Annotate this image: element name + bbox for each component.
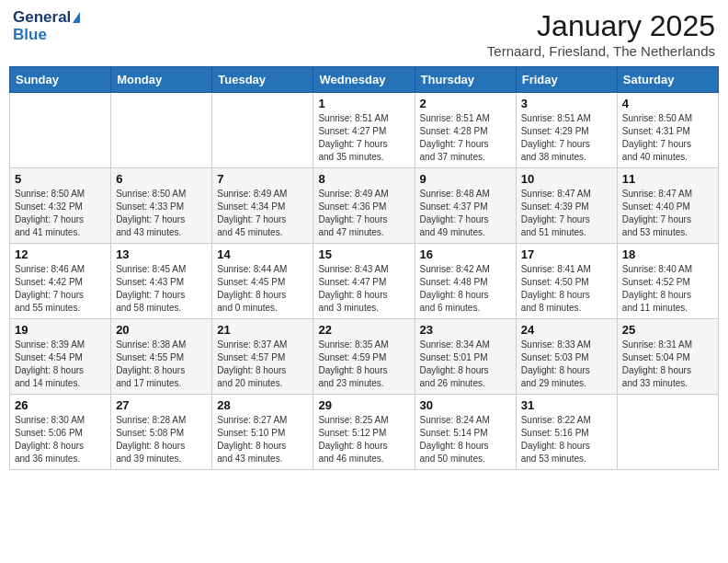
day-number: 14 <box>217 247 308 261</box>
day-number: 3 <box>521 97 612 110</box>
title-block: January 2025 Ternaard, Friesland, The Ne… <box>487 9 715 59</box>
day-number: 21 <box>217 323 308 337</box>
day-number: 6 <box>116 172 207 186</box>
calendar-day-header: Thursday <box>415 67 516 93</box>
calendar-cell: 29Sunrise: 8:25 AM Sunset: 5:12 PM Dayli… <box>313 395 415 470</box>
day-info: Sunrise: 8:31 AM Sunset: 5:04 PM Dayligh… <box>622 339 713 390</box>
calendar-cell <box>111 93 212 168</box>
day-info: Sunrise: 8:22 AM Sunset: 5:16 PM Dayligh… <box>521 414 612 465</box>
calendar-week-row: 5Sunrise: 8:50 AM Sunset: 4:32 PM Daylig… <box>10 168 719 244</box>
calendar-cell: 22Sunrise: 8:35 AM Sunset: 4:59 PM Dayli… <box>313 319 415 395</box>
calendar-cell: 28Sunrise: 8:27 AM Sunset: 5:10 PM Dayli… <box>212 395 313 470</box>
calendar-cell: 17Sunrise: 8:41 AM Sunset: 4:50 PM Dayli… <box>516 244 617 319</box>
calendar-day-header: Wednesday <box>313 67 415 93</box>
day-info: Sunrise: 8:42 AM Sunset: 4:48 PM Dayligh… <box>420 263 511 315</box>
day-info: Sunrise: 8:40 AM Sunset: 4:52 PM Dayligh… <box>622 263 713 315</box>
calendar-cell: 21Sunrise: 8:37 AM Sunset: 4:57 PM Dayli… <box>212 319 313 395</box>
calendar-cell: 18Sunrise: 8:40 AM Sunset: 4:52 PM Dayli… <box>617 244 718 319</box>
day-number: 16 <box>420 247 511 261</box>
day-number: 22 <box>318 323 409 337</box>
day-info: Sunrise: 8:24 AM Sunset: 5:14 PM Dayligh… <box>420 414 511 465</box>
day-info: Sunrise: 8:47 AM Sunset: 4:39 PM Dayligh… <box>521 188 612 239</box>
day-number: 20 <box>116 323 207 337</box>
day-info: Sunrise: 8:50 AM Sunset: 4:33 PM Dayligh… <box>116 188 207 239</box>
day-info: Sunrise: 8:33 AM Sunset: 5:03 PM Dayligh… <box>521 339 612 390</box>
day-info: Sunrise: 8:41 AM Sunset: 4:50 PM Dayligh… <box>521 263 612 315</box>
day-number: 30 <box>420 398 511 412</box>
calendar-cell <box>617 395 718 470</box>
calendar-cell: 2Sunrise: 8:51 AM Sunset: 4:28 PM Daylig… <box>415 93 516 168</box>
calendar-cell: 11Sunrise: 8:47 AM Sunset: 4:40 PM Dayli… <box>617 168 718 244</box>
day-info: Sunrise: 8:50 AM Sunset: 4:32 PM Dayligh… <box>15 188 106 239</box>
calendar-week-row: 26Sunrise: 8:30 AM Sunset: 5:06 PM Dayli… <box>10 395 719 470</box>
calendar-week-row: 1Sunrise: 8:51 AM Sunset: 4:27 PM Daylig… <box>10 93 719 168</box>
calendar-cell: 3Sunrise: 8:51 AM Sunset: 4:29 PM Daylig… <box>516 93 617 168</box>
day-info: Sunrise: 8:34 AM Sunset: 5:01 PM Dayligh… <box>420 339 511 390</box>
logo: General Blue <box>13 9 80 43</box>
day-number: 27 <box>116 398 207 412</box>
day-info: Sunrise: 8:27 AM Sunset: 5:10 PM Dayligh… <box>217 414 308 465</box>
day-number: 2 <box>420 97 511 110</box>
calendar-cell: 25Sunrise: 8:31 AM Sunset: 5:04 PM Dayli… <box>617 319 718 395</box>
day-number: 9 <box>420 172 511 186</box>
calendar-day-header: Saturday <box>617 67 718 93</box>
calendar-cell: 12Sunrise: 8:46 AM Sunset: 4:42 PM Dayli… <box>10 244 111 319</box>
day-number: 12 <box>15 247 106 261</box>
day-info: Sunrise: 8:43 AM Sunset: 4:47 PM Dayligh… <box>318 263 409 315</box>
calendar-cell: 10Sunrise: 8:47 AM Sunset: 4:39 PM Dayli… <box>516 168 617 244</box>
calendar-cell: 24Sunrise: 8:33 AM Sunset: 5:03 PM Dayli… <box>516 319 617 395</box>
day-info: Sunrise: 8:28 AM Sunset: 5:08 PM Dayligh… <box>116 414 207 465</box>
calendar-cell: 23Sunrise: 8:34 AM Sunset: 5:01 PM Dayli… <box>415 319 516 395</box>
page-header: General Blue January 2025 Ternaard, Frie… <box>9 9 719 59</box>
day-number: 10 <box>521 172 612 186</box>
day-number: 18 <box>622 247 713 261</box>
calendar-cell: 9Sunrise: 8:48 AM Sunset: 4:37 PM Daylig… <box>415 168 516 244</box>
logo-blue-text: Blue <box>13 27 47 44</box>
calendar-cell: 5Sunrise: 8:50 AM Sunset: 4:32 PM Daylig… <box>10 168 111 244</box>
day-number: 24 <box>521 323 612 337</box>
day-info: Sunrise: 8:35 AM Sunset: 4:59 PM Dayligh… <box>318 339 409 390</box>
day-number: 26 <box>15 398 106 412</box>
day-info: Sunrise: 8:37 AM Sunset: 4:57 PM Dayligh… <box>217 339 308 390</box>
calendar-cell: 20Sunrise: 8:38 AM Sunset: 4:55 PM Dayli… <box>111 319 212 395</box>
calendar-cell: 7Sunrise: 8:49 AM Sunset: 4:34 PM Daylig… <box>212 168 313 244</box>
day-number: 5 <box>15 172 106 186</box>
day-info: Sunrise: 8:49 AM Sunset: 4:36 PM Dayligh… <box>318 188 409 239</box>
day-info: Sunrise: 8:49 AM Sunset: 4:34 PM Dayligh… <box>217 188 308 239</box>
day-info: Sunrise: 8:25 AM Sunset: 5:12 PM Dayligh… <box>318 414 409 465</box>
day-info: Sunrise: 8:51 AM Sunset: 4:29 PM Dayligh… <box>521 112 612 164</box>
calendar-table: SundayMondayTuesdayWednesdayThursdayFrid… <box>9 66 719 470</box>
day-number: 4 <box>622 97 713 110</box>
calendar-header-row: SundayMondayTuesdayWednesdayThursdayFrid… <box>10 67 719 93</box>
day-number: 11 <box>622 172 713 186</box>
day-number: 17 <box>521 247 612 261</box>
day-info: Sunrise: 8:47 AM Sunset: 4:40 PM Dayligh… <box>622 188 713 239</box>
calendar-day-header: Friday <box>516 67 617 93</box>
day-number: 25 <box>622 323 713 337</box>
day-info: Sunrise: 8:48 AM Sunset: 4:37 PM Dayligh… <box>420 188 511 239</box>
calendar-cell: 6Sunrise: 8:50 AM Sunset: 4:33 PM Daylig… <box>111 168 212 244</box>
calendar-cell: 30Sunrise: 8:24 AM Sunset: 5:14 PM Dayli… <box>415 395 516 470</box>
calendar-cell: 27Sunrise: 8:28 AM Sunset: 5:08 PM Dayli… <box>111 395 212 470</box>
day-number: 13 <box>116 247 207 261</box>
calendar-cell: 4Sunrise: 8:50 AM Sunset: 4:31 PM Daylig… <box>617 93 718 168</box>
day-number: 8 <box>318 172 409 186</box>
month-title: January 2025 <box>487 9 715 43</box>
calendar-cell: 15Sunrise: 8:43 AM Sunset: 4:47 PM Dayli… <box>313 244 415 319</box>
day-number: 7 <box>217 172 308 186</box>
day-info: Sunrise: 8:44 AM Sunset: 4:45 PM Dayligh… <box>217 263 308 315</box>
day-number: 31 <box>521 398 612 412</box>
calendar-cell: 8Sunrise: 8:49 AM Sunset: 4:36 PM Daylig… <box>313 168 415 244</box>
logo-icon <box>73 12 80 23</box>
calendar-cell: 31Sunrise: 8:22 AM Sunset: 5:16 PM Dayli… <box>516 395 617 470</box>
day-number: 15 <box>318 247 409 261</box>
day-info: Sunrise: 8:51 AM Sunset: 4:27 PM Dayligh… <box>318 112 409 164</box>
calendar-week-row: 12Sunrise: 8:46 AM Sunset: 4:42 PM Dayli… <box>10 244 719 319</box>
day-number: 29 <box>318 398 409 412</box>
day-number: 1 <box>318 97 409 110</box>
location-title: Ternaard, Friesland, The Netherlands <box>487 43 715 59</box>
calendar-cell: 14Sunrise: 8:44 AM Sunset: 4:45 PM Dayli… <box>212 244 313 319</box>
calendar-cell: 19Sunrise: 8:39 AM Sunset: 4:54 PM Dayli… <box>10 319 111 395</box>
calendar-cell: 26Sunrise: 8:30 AM Sunset: 5:06 PM Dayli… <box>10 395 111 470</box>
day-info: Sunrise: 8:50 AM Sunset: 4:31 PM Dayligh… <box>622 112 713 164</box>
